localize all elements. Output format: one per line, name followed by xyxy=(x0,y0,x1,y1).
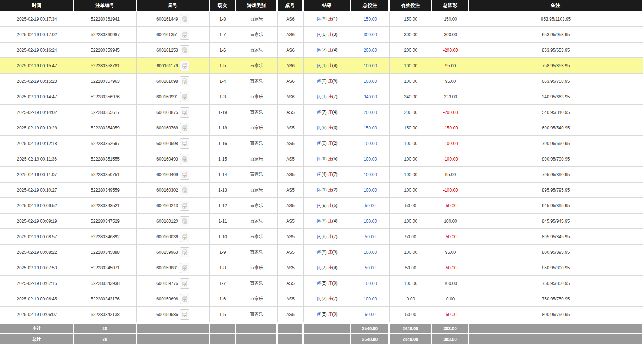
round-number: 600161098 xyxy=(156,79,178,84)
cell-payout: 95.00 xyxy=(432,74,469,89)
round-replay-button[interactable] xyxy=(180,154,189,164)
cell-game-type: 百家乐 xyxy=(236,151,278,167)
round-number-wrap: 600159586 xyxy=(156,309,189,320)
result-player-label: 闲 xyxy=(317,249,321,255)
cell-table-no: AS5 xyxy=(278,167,304,183)
round-replay-button[interactable] xyxy=(180,30,189,40)
round-replay-button[interactable] xyxy=(180,61,189,71)
result-banker-value: (6) xyxy=(332,203,338,208)
round-replay-button[interactable] xyxy=(180,294,189,304)
cell-valid-bet: 100.00 xyxy=(390,214,432,229)
result-player-label: 闲 xyxy=(317,156,321,161)
round-replay-button[interactable] xyxy=(180,309,189,320)
cell-result: 闲(4) 庄(7) xyxy=(304,167,351,183)
round-replay-button[interactable] xyxy=(180,185,189,195)
result-banker-value: (7) xyxy=(332,296,338,301)
round-replay-button[interactable] xyxy=(180,92,189,102)
cell-bet-id: 522280348521 xyxy=(74,198,137,214)
cell-bet-id: 522280343176 xyxy=(74,291,137,307)
round-number-wrap: 600160409 xyxy=(156,170,189,180)
round-replay-button[interactable] xyxy=(180,263,189,273)
round-replay-icon xyxy=(182,156,187,162)
cell-remark: 800.95/895.95 xyxy=(469,245,643,260)
cell-table-no: AS6 xyxy=(278,43,304,58)
cell-game-type: 百家乐 xyxy=(236,167,278,183)
round-replay-button[interactable] xyxy=(180,278,189,289)
footer-round xyxy=(137,333,210,344)
cell-bet-id: 522280345888 xyxy=(74,245,137,260)
cell-result: 闲(6) 庄(3) xyxy=(304,27,351,43)
total-bet-value: 150.00 xyxy=(364,17,377,22)
cell-round: 600159881 xyxy=(137,260,210,276)
cell-remark: 850.95/800.95 xyxy=(469,260,643,276)
cell-remark: 895.95/845.95 xyxy=(469,229,643,245)
result-banker-label: 庄 xyxy=(328,156,332,161)
result-player-label: 闲 xyxy=(317,16,321,21)
result-player-label: 闲 xyxy=(317,63,321,68)
cell-bet-id: 522280352697 xyxy=(74,136,137,151)
cell-payout: 100.00 xyxy=(432,214,469,229)
cell-total-bet: 300.00 xyxy=(351,27,390,43)
cell-session: 1-8 xyxy=(210,260,236,276)
cell-result: 闲(9) 庄(6) xyxy=(304,198,351,214)
cell-session: 1-5 xyxy=(210,307,236,322)
cell-valid-bet: 340.00 xyxy=(390,89,432,105)
round-replay-button[interactable] xyxy=(180,123,189,133)
round-number: 600160598 xyxy=(156,141,178,146)
cell-total-bet: 100.00 xyxy=(351,136,390,151)
round-replay-button[interactable] xyxy=(180,76,189,86)
round-replay-button[interactable] xyxy=(180,14,189,24)
round-replay-button[interactable] xyxy=(180,107,189,118)
total-bet-value: 100.00 xyxy=(364,63,377,68)
round-number-wrap: 600159696 xyxy=(156,294,189,304)
round-number: 600159881 xyxy=(156,265,178,270)
cell-game-type: 百家乐 xyxy=(236,307,278,322)
result-player-value: (8) xyxy=(321,218,328,223)
cell-time: 2025-02-19 00:08:57 xyxy=(0,229,74,245)
cell-result: 闲(8) 庄(4) xyxy=(304,214,351,229)
cell-game-type: 百家乐 xyxy=(236,120,278,136)
result-player-value: (6) xyxy=(321,32,328,37)
total-bet-value: 50.00 xyxy=(365,203,375,208)
result-banker-value: (4) xyxy=(332,218,338,223)
result-player-value: (8) xyxy=(321,249,328,255)
result-banker-value: (2) xyxy=(332,187,338,192)
round-number-wrap: 600159776 xyxy=(156,278,189,289)
cell-remark: 540.95/340.95 xyxy=(469,105,643,120)
round-replay-button[interactable] xyxy=(180,247,189,257)
cell-session: 1-5 xyxy=(210,58,236,74)
round-number-wrap: 600159963 xyxy=(156,247,189,257)
result-player-value: (0) xyxy=(321,78,328,84)
cell-table-no: AS5 xyxy=(278,151,304,167)
cell-result: 闲(7) 庄(9) xyxy=(304,260,351,276)
round-replay-button[interactable] xyxy=(180,170,189,180)
round-number: 600160302 xyxy=(156,188,178,193)
cell-time: 2025-02-19 00:14:02 xyxy=(0,105,74,120)
cell-round: 600160409 xyxy=(137,167,210,183)
round-replay-button[interactable] xyxy=(180,138,189,149)
round-replay-button[interactable] xyxy=(180,45,189,55)
round-replay-button[interactable] xyxy=(180,216,189,226)
round-replay-button[interactable] xyxy=(180,232,189,242)
result-banker-value: (3) xyxy=(332,32,338,37)
footer-table-no xyxy=(278,322,304,333)
total-bet-value: 100.00 xyxy=(364,141,377,146)
round-replay-button[interactable] xyxy=(180,201,189,211)
footer-result xyxy=(304,333,351,344)
cell-total-bet: 100.00 xyxy=(351,151,390,167)
round-number-wrap: 600161351 xyxy=(156,30,189,40)
cell-time: 2025-02-19 00:11:07 xyxy=(0,167,74,183)
round-replay-icon xyxy=(182,32,187,38)
cell-total-bet: 150.00 xyxy=(351,12,390,27)
cell-round: 600160991 xyxy=(137,89,210,105)
round-number-wrap: 600160768 xyxy=(156,123,189,133)
cell-time: 2025-02-19 00:09:19 xyxy=(0,214,74,229)
table-row: 2025-02-19 00:16:24522280359945600161253… xyxy=(0,43,643,58)
cell-remark: 953.95/1103.95 xyxy=(469,12,643,27)
round-number: 600160409 xyxy=(156,172,178,177)
cell-valid-bet: 100.00 xyxy=(390,167,432,183)
cell-payout: 323.00 xyxy=(432,89,469,105)
cell-total-bet: 50.00 xyxy=(351,307,390,322)
table-row: 2025-02-19 00:09:19522280347529600160120… xyxy=(0,214,643,229)
cell-round: 600159586 xyxy=(137,307,210,322)
